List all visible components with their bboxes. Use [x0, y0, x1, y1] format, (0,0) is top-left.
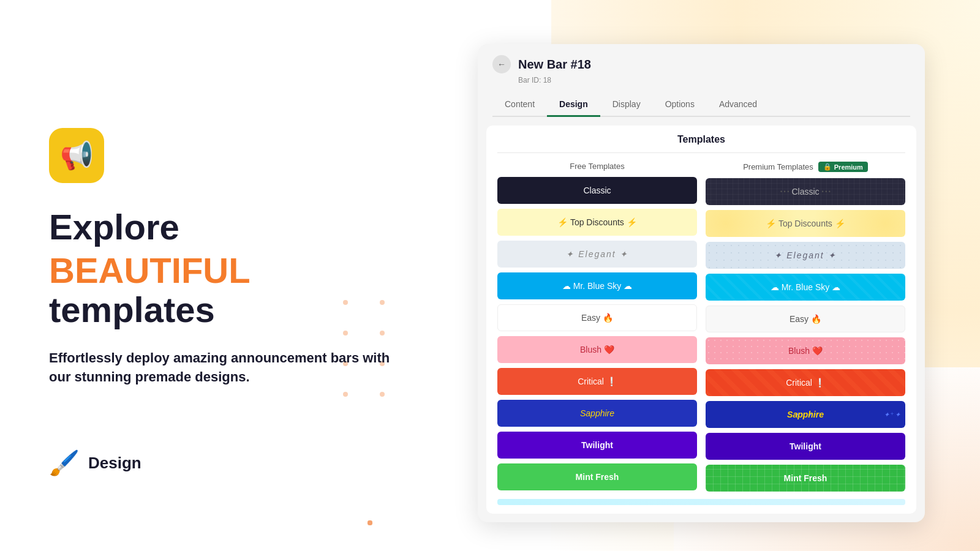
template-mr-blue-sky-free-label: ☁ Mr. Blue Sky ☁: [562, 281, 632, 291]
premium-badge-label: Premium: [834, 163, 863, 171]
template-sapphire-premium-label: Sapphire: [787, 410, 824, 419]
template-elegant-premium-label: ✦ Elegant ✦: [774, 250, 836, 260]
template-easy-free[interactable]: Easy 🔥: [497, 304, 697, 331]
template-top-discounts-premium-label: ⚡ Top Discounts ⚡: [766, 219, 845, 228]
template-twilight-premium[interactable]: Twilight: [706, 433, 905, 460]
template-blush-free-label: Blush ❤️: [580, 345, 614, 354]
app-icon: 📢: [49, 128, 104, 183]
headline-lines-2-3: BEAUTIFUL templates: [49, 251, 392, 329]
templates-title: Templates: [497, 134, 905, 153]
free-templates-label: Free Templates: [570, 162, 624, 171]
template-classic-free-label: Classic: [583, 186, 611, 195]
left-panel: 📢 Explore BEAUTIFUL templates Effortless…: [49, 0, 392, 551]
template-elegant-free-label: ✦ Elegant ✦: [566, 249, 628, 259]
design-label-row: 🖌️ Design: [49, 449, 141, 478]
tab-display[interactable]: Display: [600, 93, 653, 117]
back-button[interactable]: ←: [492, 55, 511, 73]
template-mr-blue-sky-premium[interactable]: ☁ Mr. Blue Sky ☁: [706, 274, 905, 301]
template-easy-premium[interactable]: Easy 🔥: [706, 305, 905, 332]
template-sapphire-free-label: Sapphire: [580, 408, 614, 418]
app-window: ← New Bar #18 Bar ID: 18 Content Design …: [478, 44, 925, 522]
template-critical-premium[interactable]: Critical ❕: [706, 369, 905, 396]
tab-design[interactable]: Design: [547, 93, 600, 117]
templates-columns: Free Templates Classic ⚡ Top Discounts ⚡…: [497, 162, 905, 497]
template-classic-premium-label: Classic: [791, 187, 819, 197]
template-critical-premium-label: Critical ❕: [786, 378, 825, 388]
tab-content[interactable]: Content: [492, 93, 547, 117]
paintbrush-icon: 🖌️: [49, 449, 80, 478]
template-top-discounts-free-label: ⚡ Top Discounts ⚡: [557, 217, 636, 227]
template-twilight-free[interactable]: Twilight: [497, 432, 697, 459]
template-easy-premium-label: Easy 🔥: [790, 314, 821, 324]
template-top-discounts-free[interactable]: ⚡ Top Discounts ⚡: [497, 209, 697, 236]
template-critical-free-label: Critical ❕: [578, 377, 617, 386]
template-blush-premium[interactable]: Blush ❤️: [706, 337, 905, 364]
template-twilight-free-label: Twilight: [581, 440, 613, 450]
free-templates-column: Free Templates Classic ⚡ Top Discounts ⚡…: [497, 162, 697, 497]
headline-line1: Explore: [49, 208, 392, 247]
headline: Explore BEAUTIFUL templates: [49, 208, 392, 334]
premium-templates-header: Premium Templates 🔒 Premium: [706, 162, 905, 172]
template-easy-free-label: Easy 🔥: [581, 313, 613, 323]
templates-section: Templates Free Templates Classic ⚡ Top D…: [486, 126, 916, 514]
premium-badge: 🔒 Premium: [818, 162, 868, 172]
premium-templates-label: Premium Templates: [743, 162, 813, 171]
template-mint-fresh-free-label: Mint Fresh: [576, 472, 619, 482]
window-header: ← New Bar #18 Bar ID: 18 Content Design …: [478, 44, 925, 117]
template-critical-free[interactable]: Critical ❕: [497, 368, 697, 395]
template-top-discounts-premium[interactable]: ⚡ Top Discounts ⚡: [706, 210, 905, 237]
headline-beautiful: BEAUTIFUL: [49, 250, 250, 290]
template-elegant-free[interactable]: ✦ Elegant ✦: [497, 241, 697, 268]
template-mint-fresh-free[interactable]: Mint Fresh: [497, 463, 697, 490]
template-mint-fresh-premium-label: Mint Fresh: [784, 473, 827, 483]
template-classic-free[interactable]: Classic: [497, 177, 697, 204]
template-blush-free[interactable]: Blush ❤️: [497, 336, 697, 363]
free-templates-header: Free Templates: [497, 162, 697, 171]
template-sapphire-premium[interactable]: ✦ + ✦ + Sapphire ✦ + ✦: [706, 401, 905, 428]
headline-templates: templates: [49, 290, 215, 329]
back-arrow-icon: ←: [497, 59, 506, 69]
template-mint-fresh-premium[interactable]: Mint Fresh: [706, 465, 905, 492]
template-elegant-premium[interactable]: ✦ Elegant ✦: [706, 242, 905, 269]
premium-templates-column: Premium Templates 🔒 Premium • • • Classi…: [706, 162, 905, 497]
window-subtitle: Bar ID: 18: [518, 76, 910, 84]
template-classic-premium[interactable]: • • • Classic • • •: [706, 178, 905, 205]
tab-options[interactable]: Options: [653, 93, 707, 117]
template-mr-blue-sky-free[interactable]: ☁ Mr. Blue Sky ☁: [497, 272, 697, 299]
design-text: Design: [88, 454, 141, 473]
template-mr-blue-sky-premium-label: ☁ Mr. Blue Sky ☁: [771, 282, 840, 292]
lock-icon: 🔒: [823, 163, 832, 171]
tab-advanced[interactable]: Advanced: [707, 93, 769, 117]
bottom-preview-bar: [497, 499, 905, 505]
tab-bar: Content Design Display Options Advanced: [492, 93, 910, 117]
template-blush-premium-label: Blush ❤️: [788, 346, 823, 356]
template-twilight-premium-label: Twilight: [790, 441, 821, 451]
window-title-row: ← New Bar #18: [492, 55, 910, 73]
subheadline: Effortlessly deploy amazing announcement…: [49, 349, 392, 387]
window-title: New Bar #18: [518, 58, 591, 72]
template-sapphire-free[interactable]: Sapphire: [497, 400, 697, 427]
megaphone-icon: 📢: [60, 140, 94, 171]
